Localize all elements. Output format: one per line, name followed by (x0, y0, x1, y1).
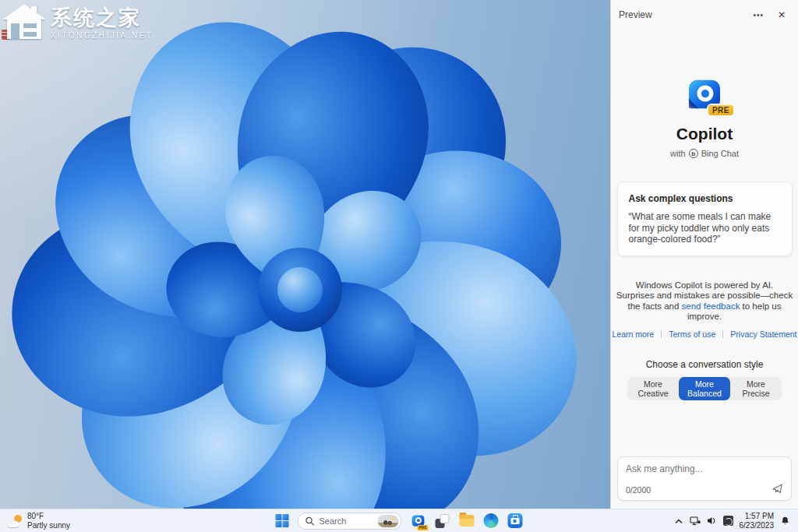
more-options-icon[interactable]: ••• (747, 9, 770, 21)
suggestion-card-title: Ask complex questions (629, 193, 781, 204)
style-more-precise-button[interactable]: More Precise (730, 377, 782, 400)
taskbar-center: PRE (276, 509, 523, 532)
chat-input-box[interactable]: 0/2000 (617, 456, 792, 501)
file-explorer-icon[interactable] (459, 513, 475, 529)
weather-temp: 80°F (27, 512, 70, 521)
bing-icon: b (689, 149, 698, 158)
system-tray: 1:57 PM 6/23/2023 (674, 512, 791, 530)
search-icon (305, 516, 315, 526)
character-counter: 0/2000 (626, 485, 651, 495)
weather-widget[interactable]: 80°F Partly sunny (8, 512, 70, 530)
clock-time: 1:57 PM (740, 512, 775, 521)
hidden-icons-chevron[interactable] (674, 517, 683, 525)
copilot-logo: PRE (687, 78, 722, 111)
send-feedback-link[interactable]: send feedback (682, 301, 740, 311)
suggestion-card-quote: “What are some meals I can make for my p… (629, 211, 781, 245)
style-more-creative-button[interactable]: More Creative (627, 377, 679, 400)
search-highlight-image[interactable] (378, 515, 399, 527)
volume-icon[interactable] (707, 516, 717, 525)
watermark-title: 系统之家 (51, 8, 154, 29)
copilot-app-name: Copilot (676, 125, 733, 143)
copilot-taskbar-icon[interactable]: PRE (411, 513, 426, 529)
watermark-house-icon (2, 3, 47, 41)
sync-status-icon[interactable] (723, 516, 733, 526)
weather-condition: Partly sunny (27, 521, 70, 530)
microsoft-store-icon[interactable] (507, 513, 523, 529)
taskbar: 80°F Partly sunny PRE (0, 509, 798, 532)
chat-input[interactable] (626, 463, 783, 474)
screen: 系统之家 XITONGZHIJIA.NET Preview ••• ✕ (0, 0, 798, 532)
copilot-header: Preview ••• ✕ (611, 0, 798, 22)
pre-mini-badge: PRE (417, 525, 428, 530)
close-icon[interactable]: ✕ (770, 8, 789, 22)
suggestion-card[interactable]: Ask complex questions “What are some mea… (617, 181, 793, 256)
terms-of-use-link[interactable]: Terms of use (669, 329, 715, 339)
conversation-style-picker: More Creative More Balanced More Precise (627, 377, 782, 400)
pre-badge: PRE (708, 105, 733, 115)
tagline-prefix: with (670, 149, 686, 158)
copilot-tagline: with b Bing Chat (670, 149, 739, 158)
bloom-wallpaper-art (0, 0, 610, 509)
link-divider (722, 330, 723, 338)
task-view-icon[interactable] (435, 513, 450, 529)
notification-bell-icon[interactable] (780, 516, 790, 526)
link-divider (661, 330, 662, 338)
privacy-statement-link[interactable]: Privacy Statement (730, 329, 796, 339)
style-more-balanced-button[interactable]: More Balanced (679, 377, 730, 400)
partly-sunny-icon (8, 515, 22, 527)
ai-disclaimer: Windows Copilot is powered by AI. Surpri… (616, 280, 793, 322)
send-icon (772, 483, 783, 495)
copilot-panel: Preview ••• ✕ PRE Copilot with b Bi (610, 0, 798, 509)
watermark-subtitle: XITONGZHIJIA.NET (51, 31, 154, 40)
tagline-brand: Bing Chat (701, 149, 739, 158)
clock-date: 6/23/2023 (740, 521, 775, 530)
search-input[interactable] (320, 516, 373, 526)
preview-label: Preview (619, 9, 747, 20)
clock[interactable]: 1:57 PM 6/23/2023 (740, 512, 775, 530)
desktop-wallpaper: 系统之家 XITONGZHIJIA.NET (0, 0, 610, 509)
conversation-style-label: Choose a conversation style (646, 359, 764, 370)
send-button[interactable] (772, 483, 783, 495)
learn-more-link[interactable]: Learn more (612, 329, 654, 339)
edge-browser-icon[interactable] (483, 513, 499, 529)
footer-links: Learn more Terms of use Privacy Statemen… (612, 329, 796, 339)
start-button[interactable] (276, 514, 289, 527)
network-icon[interactable] (690, 516, 701, 526)
site-watermark: 系统之家 XITONGZHIJIA.NET (2, 3, 154, 41)
search-box[interactable] (298, 513, 402, 530)
